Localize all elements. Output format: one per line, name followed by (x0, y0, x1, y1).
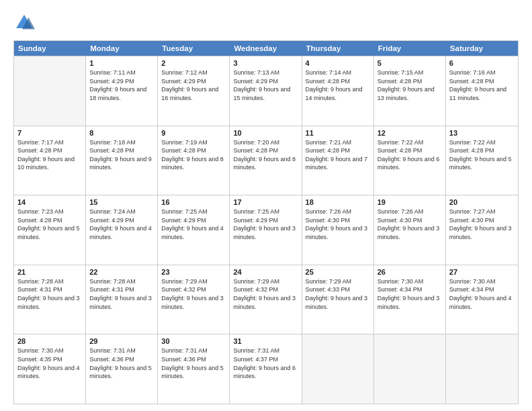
day-info: Sunrise: 7:16 AMSunset: 4:28 PMDaylight:… (449, 68, 515, 102)
day-number: 28 (17, 337, 82, 345)
calendar-cell: 6Sunrise: 7:16 AMSunset: 4:28 PMDaylight… (446, 56, 518, 126)
day-info: Sunrise: 7:22 AMSunset: 4:28 PMDaylight:… (449, 138, 515, 172)
day-number: 15 (89, 198, 154, 206)
day-info: Sunrise: 7:29 AMSunset: 4:32 PMDaylight:… (233, 277, 298, 311)
day-info: Sunrise: 7:26 AMSunset: 4:30 PMDaylight:… (306, 208, 370, 241)
header-day-wednesday: Wednesday (230, 41, 302, 56)
calendar-row-3: 21Sunrise: 7:28 AMSunset: 4:31 PMDayligh… (14, 265, 518, 334)
day-number: 23 (161, 268, 226, 276)
day-number: 8 (89, 129, 154, 137)
calendar-cell (374, 334, 446, 404)
day-info: Sunrise: 7:19 AMSunset: 4:28 PMDaylight:… (161, 138, 226, 172)
day-number: 6 (449, 59, 515, 67)
day-info: Sunrise: 7:24 AMSunset: 4:29 PMDaylight:… (89, 208, 154, 241)
day-info: Sunrise: 7:31 AMSunset: 4:36 PMDaylight:… (161, 347, 226, 380)
day-number: 4 (306, 59, 370, 67)
calendar-cell: 7Sunrise: 7:17 AMSunset: 4:28 PMDaylight… (14, 126, 86, 195)
day-number: 31 (233, 337, 298, 345)
day-number: 17 (233, 198, 298, 206)
calendar-cell: 2Sunrise: 7:12 AMSunset: 4:29 PMDaylight… (158, 56, 230, 126)
day-number: 3 (233, 59, 298, 67)
day-number: 5 (378, 59, 442, 67)
day-number: 14 (17, 198, 82, 206)
day-number: 16 (161, 198, 226, 206)
calendar-cell: 12Sunrise: 7:22 AMSunset: 4:28 PMDayligh… (374, 126, 446, 195)
day-info: Sunrise: 7:31 AMSunset: 4:37 PMDaylight:… (233, 347, 298, 380)
calendar-cell: 23Sunrise: 7:29 AMSunset: 4:32 PMDayligh… (158, 265, 230, 334)
calendar-header: SundayMondayTuesdayWednesdayThursdayFrid… (14, 41, 518, 56)
header-day-tuesday: Tuesday (158, 41, 230, 56)
day-info: Sunrise: 7:29 AMSunset: 4:33 PMDaylight:… (306, 277, 370, 311)
calendar-cell: 31Sunrise: 7:31 AMSunset: 4:37 PMDayligh… (230, 334, 302, 404)
day-number: 25 (306, 268, 370, 276)
calendar-cell: 17Sunrise: 7:25 AMSunset: 4:29 PMDayligh… (230, 195, 302, 265)
header-day-monday: Monday (86, 41, 158, 56)
calendar-cell: 15Sunrise: 7:24 AMSunset: 4:29 PMDayligh… (86, 195, 158, 265)
calendar-cell: 29Sunrise: 7:31 AMSunset: 4:36 PMDayligh… (86, 334, 158, 404)
day-number: 11 (306, 129, 370, 137)
calendar-body: 1Sunrise: 7:11 AMSunset: 4:29 PMDaylight… (14, 56, 518, 404)
day-info: Sunrise: 7:15 AMSunset: 4:28 PMDaylight:… (378, 68, 442, 102)
day-number: 19 (378, 198, 442, 206)
day-info: Sunrise: 7:21 AMSunset: 4:28 PMDaylight:… (306, 138, 370, 172)
header-day-sunday: Sunday (14, 41, 86, 56)
day-number: 13 (449, 129, 515, 137)
calendar-cell: 13Sunrise: 7:22 AMSunset: 4:28 PMDayligh… (446, 126, 518, 195)
day-number: 24 (233, 268, 298, 276)
calendar-cell: 28Sunrise: 7:30 AMSunset: 4:35 PMDayligh… (14, 334, 86, 404)
day-info: Sunrise: 7:11 AMSunset: 4:29 PMDaylight:… (89, 68, 154, 102)
calendar-cell: 1Sunrise: 7:11 AMSunset: 4:29 PMDaylight… (86, 56, 158, 126)
day-info: Sunrise: 7:29 AMSunset: 4:32 PMDaylight:… (161, 277, 226, 311)
day-info: Sunrise: 7:20 AMSunset: 4:28 PMDaylight:… (233, 138, 298, 172)
day-number: 26 (378, 268, 442, 276)
day-number: 20 (449, 198, 515, 206)
calendar-cell: 8Sunrise: 7:18 AMSunset: 4:28 PMDaylight… (86, 126, 158, 195)
day-info: Sunrise: 7:27 AMSunset: 4:30 PMDaylight:… (449, 208, 515, 241)
day-info: Sunrise: 7:30 AMSunset: 4:34 PMDaylight:… (449, 277, 515, 311)
header-day-friday: Friday (374, 41, 446, 56)
day-info: Sunrise: 7:14 AMSunset: 4:28 PMDaylight:… (306, 68, 370, 102)
calendar-cell: 20Sunrise: 7:27 AMSunset: 4:30 PMDayligh… (446, 195, 518, 265)
logo (13, 12, 38, 34)
header-day-thursday: Thursday (302, 41, 374, 56)
header-day-saturday: Saturday (446, 41, 518, 56)
day-info: Sunrise: 7:25 AMSunset: 4:29 PMDaylight:… (233, 208, 298, 241)
day-info: Sunrise: 7:18 AMSunset: 4:28 PMDaylight:… (89, 138, 154, 172)
calendar-cell (14, 56, 86, 126)
day-number: 12 (378, 129, 442, 137)
day-number: 30 (161, 337, 226, 345)
day-info: Sunrise: 7:30 AMSunset: 4:35 PMDaylight:… (17, 347, 82, 380)
day-info: Sunrise: 7:22 AMSunset: 4:28 PMDaylight:… (378, 138, 442, 172)
calendar-cell: 24Sunrise: 7:29 AMSunset: 4:32 PMDayligh… (230, 265, 302, 334)
calendar-cell: 22Sunrise: 7:28 AMSunset: 4:31 PMDayligh… (86, 265, 158, 334)
calendar-cell: 16Sunrise: 7:25 AMSunset: 4:29 PMDayligh… (158, 195, 230, 265)
day-info: Sunrise: 7:28 AMSunset: 4:31 PMDaylight:… (17, 277, 82, 311)
calendar: SundayMondayTuesdayWednesdayThursdayFrid… (13, 40, 519, 404)
calendar-cell: 27Sunrise: 7:30 AMSunset: 4:34 PMDayligh… (446, 265, 518, 334)
calendar-row-4: 28Sunrise: 7:30 AMSunset: 4:35 PMDayligh… (14, 334, 518, 404)
calendar-row-0: 1Sunrise: 7:11 AMSunset: 4:29 PMDaylight… (14, 56, 518, 126)
day-info: Sunrise: 7:26 AMSunset: 4:30 PMDaylight:… (378, 208, 442, 241)
logo-icon (13, 12, 35, 34)
day-number: 29 (89, 337, 154, 345)
calendar-cell: 9Sunrise: 7:19 AMSunset: 4:28 PMDaylight… (158, 126, 230, 195)
day-number: 22 (89, 268, 154, 276)
day-number: 21 (17, 268, 82, 276)
day-number: 18 (306, 198, 370, 206)
calendar-cell: 26Sunrise: 7:30 AMSunset: 4:34 PMDayligh… (374, 265, 446, 334)
day-info: Sunrise: 7:30 AMSunset: 4:34 PMDaylight:… (378, 277, 442, 311)
day-info: Sunrise: 7:28 AMSunset: 4:31 PMDaylight:… (89, 277, 154, 311)
calendar-cell: 5Sunrise: 7:15 AMSunset: 4:28 PMDaylight… (374, 56, 446, 126)
header (13, 12, 519, 34)
calendar-cell: 11Sunrise: 7:21 AMSunset: 4:28 PMDayligh… (302, 126, 374, 195)
day-info: Sunrise: 7:17 AMSunset: 4:28 PMDaylight:… (17, 138, 82, 172)
page: SundayMondayTuesdayWednesdayThursdayFrid… (0, 0, 532, 411)
calendar-cell: 14Sunrise: 7:23 AMSunset: 4:28 PMDayligh… (14, 195, 86, 265)
day-number: 9 (161, 129, 226, 137)
calendar-cell: 10Sunrise: 7:20 AMSunset: 4:28 PMDayligh… (230, 126, 302, 195)
day-number: 1 (89, 59, 154, 67)
day-info: Sunrise: 7:31 AMSunset: 4:36 PMDaylight:… (89, 347, 154, 380)
calendar-cell (302, 334, 374, 404)
day-number: 7 (17, 129, 82, 137)
calendar-cell: 21Sunrise: 7:28 AMSunset: 4:31 PMDayligh… (14, 265, 86, 334)
